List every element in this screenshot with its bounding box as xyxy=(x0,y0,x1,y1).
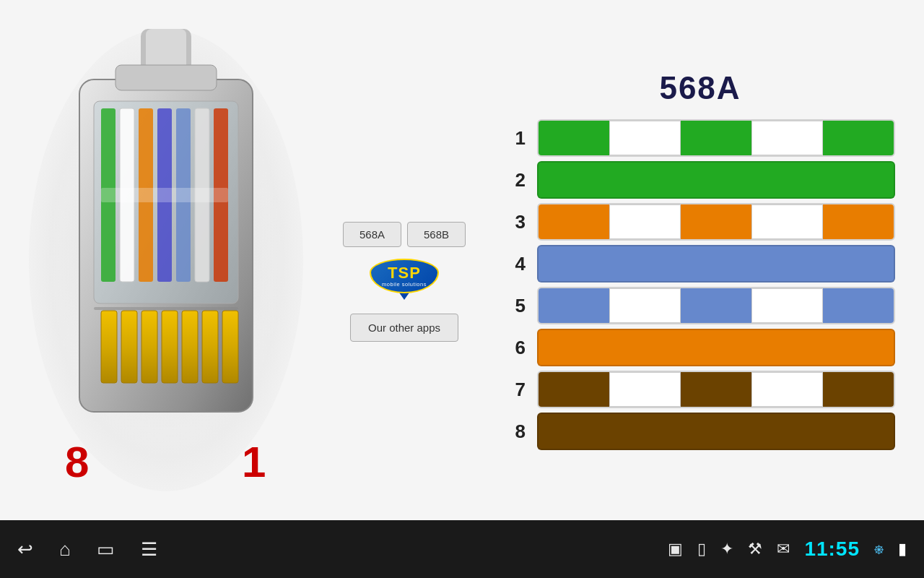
wire-bar xyxy=(537,329,895,366)
svg-rect-17 xyxy=(141,311,157,383)
wire-row: 3 xyxy=(505,203,895,241)
diagram-title: 568A xyxy=(659,70,741,106)
tab-buttons: 568A 568B xyxy=(343,222,466,247)
other-apps-button[interactable]: Our other apps xyxy=(350,314,458,342)
tsp-logo[interactable]: TSP mobile solutions xyxy=(368,259,440,302)
wire-bar xyxy=(537,203,895,241)
wire-bar xyxy=(537,371,895,408)
connector-section: 8 1 xyxy=(0,0,332,520)
bluetooth-icon: ⎈ xyxy=(874,540,884,558)
wire-number: 6 xyxy=(505,337,526,359)
svg-rect-20 xyxy=(202,311,218,383)
nav-time: 11:55 xyxy=(804,538,860,561)
wire-bar xyxy=(537,245,895,282)
svg-text:8: 8 xyxy=(65,438,89,486)
svg-rect-4 xyxy=(116,65,217,90)
wire-bar xyxy=(537,287,895,324)
tsp-sub: mobile solutions xyxy=(382,281,427,288)
home-icon[interactable]: ⌂ xyxy=(59,538,71,561)
svg-rect-13 xyxy=(101,188,228,202)
wire-row: 2 xyxy=(505,161,895,199)
wire-number: 1 xyxy=(505,127,526,150)
svg-rect-15 xyxy=(101,311,117,383)
wire-number: 5 xyxy=(505,295,526,317)
svg-rect-16 xyxy=(121,311,137,383)
wire-number: 3 xyxy=(505,211,526,233)
wire-number: 7 xyxy=(505,379,526,401)
email-icon: ✉ xyxy=(777,540,790,558)
recents-icon[interactable]: ▭ xyxy=(97,538,115,561)
tab-568a-button[interactable]: 568A xyxy=(343,222,401,247)
wire-bar xyxy=(537,161,895,199)
connector-svg: 8 1 xyxy=(29,29,303,491)
wire-row: 6 xyxy=(505,329,895,366)
svg-rect-19 xyxy=(182,311,198,383)
nav-left: ↩ ⌂ ▭ ☰ xyxy=(17,538,157,561)
android-icon: ⚒ xyxy=(748,540,762,558)
sdcard-icon: ▯ xyxy=(697,540,706,558)
center-section: 568A 568B TSP mobile solutions Our other… xyxy=(332,222,476,342)
battery-icon: ▮ xyxy=(898,540,907,558)
wire-row: 1 xyxy=(505,119,895,157)
nav-right: ▣ ▯ ✦ ⚒ ✉ 11:55 ⎈ ▮ xyxy=(668,538,907,561)
wire-row: 4 xyxy=(505,245,895,282)
tsp-text: TSP xyxy=(388,265,421,281)
svg-text:1: 1 xyxy=(242,438,266,486)
tsp-pointer xyxy=(399,293,409,300)
wire-number: 8 xyxy=(505,420,526,443)
menu-icon[interactable]: ☰ xyxy=(141,538,157,561)
screenshot-icon: ▣ xyxy=(668,540,683,558)
svg-rect-21 xyxy=(222,311,238,383)
svg-rect-14 xyxy=(94,307,238,310)
svg-rect-18 xyxy=(162,311,178,383)
tab-568b-button[interactable]: 568B xyxy=(407,222,466,247)
usb-icon: ✦ xyxy=(720,540,733,558)
wire-number: 2 xyxy=(505,169,526,191)
tsp-badge: TSP mobile solutions xyxy=(370,259,439,293)
wire-bar xyxy=(537,119,895,157)
wire-row: 7 xyxy=(505,371,895,408)
wire-row: 8 xyxy=(505,413,895,450)
wire-rows-container: 12345678 xyxy=(505,119,895,450)
nav-bar: ↩ ⌂ ▭ ☰ ▣ ▯ ✦ ⚒ ✉ 11:55 ⎈ ▮ xyxy=(0,520,924,578)
wire-row: 5 xyxy=(505,287,895,324)
diagram-section: 568A 12345678 xyxy=(476,56,924,465)
wire-number: 4 xyxy=(505,253,526,275)
back-icon[interactable]: ↩ xyxy=(17,538,33,561)
wire-bar xyxy=(537,413,895,450)
connector-canvas: 8 1 xyxy=(29,29,303,491)
